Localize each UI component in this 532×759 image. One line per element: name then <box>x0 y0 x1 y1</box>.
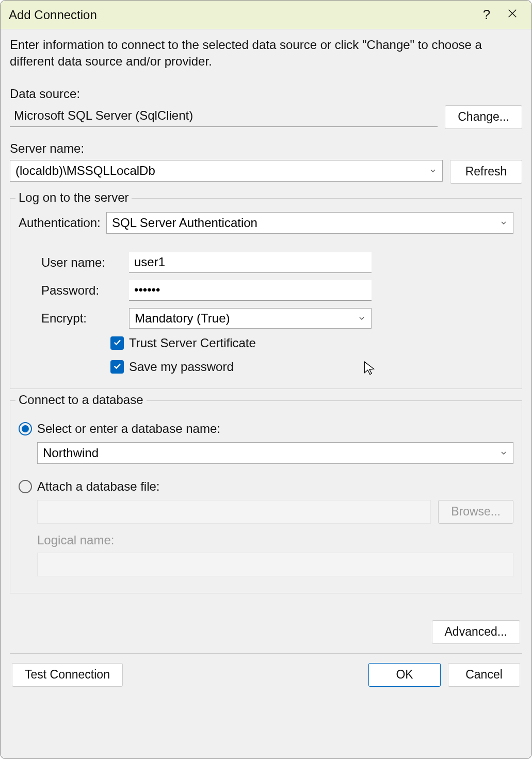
trust-certificate-checkbox[interactable] <box>110 336 124 350</box>
refresh-button[interactable]: Refresh <box>450 160 522 184</box>
dialog-footer: Test Connection OK Cancel <box>10 663 522 696</box>
trust-certificate-label: Trust Server Certificate <box>129 336 256 350</box>
dialog-title: Add Connection <box>9 8 474 22</box>
ok-button[interactable]: OK <box>368 663 441 687</box>
chevron-down-icon <box>429 164 437 178</box>
add-connection-dialog: Add Connection ? Enter information to co… <box>0 0 532 759</box>
logical-name-input <box>37 553 513 576</box>
attach-file-input <box>37 500 431 524</box>
password-label: Password: <box>41 283 129 298</box>
help-button[interactable]: ? <box>474 5 499 25</box>
database-group: Connect to a database Select or enter a … <box>10 400 522 593</box>
separator <box>10 653 522 654</box>
change-button[interactable]: Change... <box>445 105 522 129</box>
authentication-label: Authentication: <box>19 216 106 230</box>
save-password-label: Save my password <box>129 360 234 374</box>
attach-database-radio[interactable] <box>19 480 32 493</box>
authentication-value: SQL Server Authentication <box>112 216 499 230</box>
username-input[interactable] <box>129 252 372 273</box>
logon-group: Log on to the server Authentication: SQL… <box>10 198 522 389</box>
server-name-combo[interactable]: (localdb)\MSSQLLocalDb <box>10 160 443 182</box>
close-button[interactable] <box>499 5 525 25</box>
select-database-label: Select or enter a database name: <box>37 422 220 436</box>
database-name-value: Northwind <box>43 446 499 460</box>
browse-button[interactable]: Browse... <box>438 500 513 524</box>
database-legend: Connect to a database <box>15 393 147 407</box>
data-source-field <box>10 105 438 127</box>
encrypt-label: Encrypt: <box>41 311 129 326</box>
attach-database-label: Attach a database file: <box>37 479 160 494</box>
select-database-radio[interactable] <box>19 422 32 435</box>
close-icon <box>507 7 518 23</box>
encrypt-value: Mandatory (True) <box>135 311 358 326</box>
data-source-label: Data source: <box>10 87 522 101</box>
encrypt-combo[interactable]: Mandatory (True) <box>129 308 372 329</box>
authentication-combo[interactable]: SQL Server Authentication <box>106 212 513 234</box>
cancel-button[interactable]: Cancel <box>448 663 520 687</box>
chevron-down-icon <box>499 446 508 460</box>
username-label: User name: <box>41 255 129 270</box>
advanced-button[interactable]: Advanced... <box>432 620 520 644</box>
check-icon <box>112 337 122 349</box>
server-name-value: (localdb)\MSSQLLocalDb <box>15 164 429 178</box>
chevron-down-icon <box>358 311 366 326</box>
logical-name-label: Logical name: <box>37 533 513 547</box>
database-name-combo[interactable]: Northwind <box>37 442 513 464</box>
intro-text: Enter information to connect to the sele… <box>10 37 522 70</box>
test-connection-button[interactable]: Test Connection <box>12 663 123 687</box>
password-input[interactable] <box>129 280 372 301</box>
logon-legend: Log on to the server <box>15 190 132 205</box>
server-name-label: Server name: <box>10 141 522 156</box>
save-password-checkbox[interactable] <box>110 360 124 374</box>
titlebar: Add Connection ? <box>1 1 531 29</box>
check-icon <box>112 361 122 373</box>
chevron-down-icon <box>499 216 508 230</box>
